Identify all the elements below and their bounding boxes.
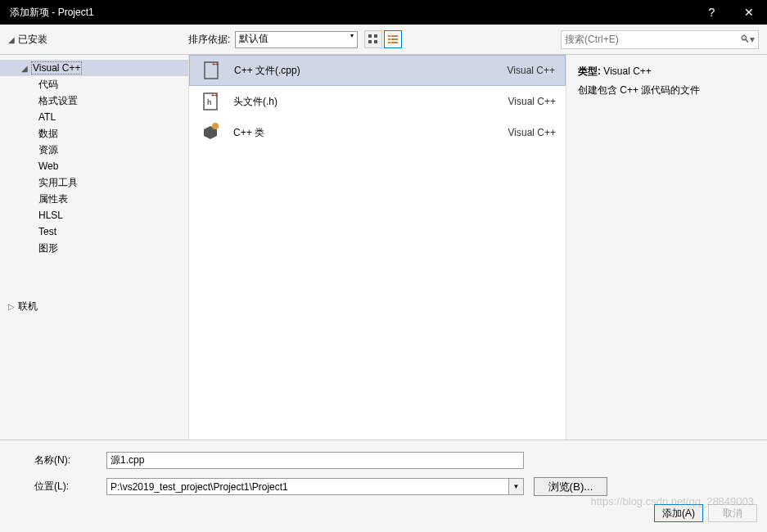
svg-text:++: ++ — [211, 92, 218, 98]
category-tree: ◢ Visual C++ 代码 格式设置 ATL 数据 资源 Web 实用工具 … — [0, 55, 188, 440]
type-label: 类型: — [578, 65, 601, 77]
tree-item-visual-cpp[interactable]: ◢ Visual C++ — [0, 60, 188, 76]
svg-rect-6 — [388, 38, 390, 40]
tree-item[interactable]: Web — [0, 158, 188, 174]
list-view-button[interactable] — [384, 30, 402, 48]
cancel-button[interactable]: 取消 — [708, 504, 757, 522]
svg-text:++: ++ — [212, 61, 219, 67]
template-item-cpp-file[interactable]: ++ C++ 文件(.cpp) Visual C++ — [189, 55, 566, 86]
svg-rect-3 — [374, 40, 377, 43]
tree-item[interactable]: 代码 — [0, 76, 188, 92]
template-label: C++ 类 — [233, 126, 497, 140]
svg-rect-8 — [388, 42, 390, 43]
template-lang: Visual C++ — [508, 127, 556, 138]
caret-right-icon: ▷ — [8, 302, 15, 311]
location-combo[interactable]: P:\vs2019_test_project\Project1\Project1… — [106, 478, 524, 495]
tree-item[interactable]: 图形 — [0, 240, 188, 256]
tree-item[interactable]: 资源 — [0, 142, 188, 158]
caret-down-icon: ◢ — [21, 64, 28, 73]
svg-text:h: h — [207, 98, 212, 106]
sort-label: 排序依据: — [188, 33, 230, 47]
help-button[interactable]: ? — [693, 0, 730, 25]
tree-item[interactable]: HLSL — [0, 207, 188, 223]
svg-rect-9 — [391, 42, 398, 43]
template-lang: Visual C++ — [508, 65, 555, 76]
close-button[interactable]: ✕ — [730, 0, 767, 25]
svg-rect-4 — [388, 35, 390, 37]
template-label: C++ 文件(.cpp) — [234, 64, 496, 78]
name-input[interactable] — [106, 452, 524, 469]
tree-item[interactable]: 实用工具 — [0, 174, 188, 191]
search-input[interactable] — [565, 34, 740, 45]
header-file-icon: h++ — [199, 90, 222, 113]
template-item-header-file[interactable]: h++ 头文件(.h) Visual C++ — [189, 86, 566, 117]
online-section-header[interactable]: ▷ 联机 — [0, 297, 188, 315]
location-label: 位置(L): — [10, 480, 106, 494]
details-panel: 类型: Visual C++ 创建包含 C++ 源代码的文件 — [566, 55, 767, 440]
window-title: 添加新项 - Project1 — [10, 6, 94, 20]
name-label: 名称(N): — [10, 453, 106, 467]
grid-view-button[interactable] — [364, 30, 382, 48]
sort-dropdown[interactable]: 默认值 ▾ — [235, 31, 358, 48]
installed-section-header[interactable]: ◢ 已安装 — [8, 33, 47, 47]
template-item-cpp-class[interactable]: C++ 类 Visual C++ — [189, 117, 566, 148]
svg-rect-5 — [391, 35, 398, 37]
add-button[interactable]: 添加(A) — [654, 504, 703, 522]
template-lang: Visual C++ — [508, 96, 556, 107]
svg-rect-1 — [374, 34, 377, 38]
tree-item[interactable]: ATL — [0, 109, 188, 125]
svg-rect-0 — [368, 34, 372, 38]
template-label: 头文件(.h) — [233, 95, 497, 109]
tree-item[interactable]: 格式设置 — [0, 92, 188, 109]
search-icon: 🔍︎▾ — [740, 34, 755, 45]
type-value: Visual C++ — [603, 65, 651, 77]
template-list: ++ C++ 文件(.cpp) Visual C++ h++ 头文件(.h) V… — [188, 55, 566, 440]
cpp-file-icon: ++ — [200, 59, 223, 82]
class-icon — [199, 121, 222, 144]
titlebar: 添加新项 - Project1 ? ✕ — [0, 0, 767, 25]
location-dropdown-button[interactable]: ▼ — [508, 479, 523, 494]
tree-item[interactable]: 属性表 — [0, 191, 188, 207]
tree-item[interactable]: 数据 — [0, 125, 188, 142]
browse-button[interactable]: 浏览(B)... — [534, 477, 607, 496]
footer: 名称(N): 位置(L): P:\vs2019_test_project\Pro… — [0, 440, 767, 532]
svg-rect-7 — [391, 38, 398, 40]
svg-point-15 — [212, 123, 219, 129]
tree-item[interactable]: Test — [0, 223, 188, 240]
toolbar: ◢ 已安装 排序依据: 默认值 ▾ 🔍︎▾ — [0, 25, 767, 55]
search-box[interactable]: 🔍︎▾ — [561, 30, 759, 49]
type-description: 创建包含 C++ 源代码的文件 — [578, 83, 756, 97]
svg-rect-2 — [368, 40, 372, 43]
caret-down-icon: ◢ — [8, 35, 15, 44]
